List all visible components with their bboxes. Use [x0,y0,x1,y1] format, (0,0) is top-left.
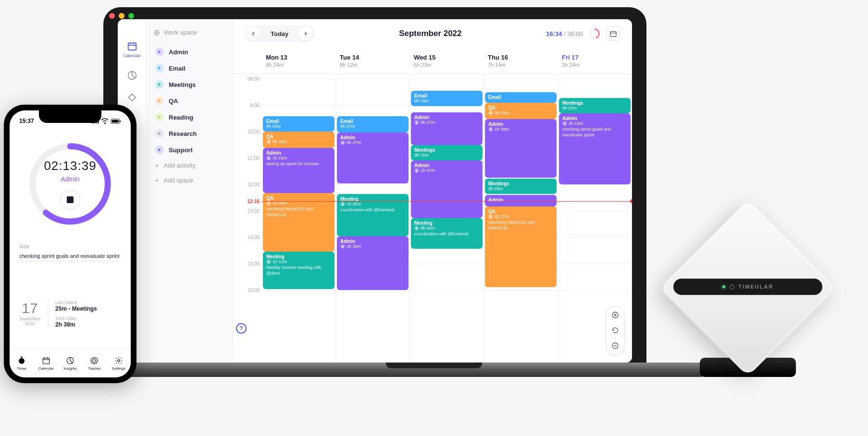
timer-value: 02:13:39 [44,158,96,173]
day-label: Wed 15 [414,54,480,61]
event-title: Admin [414,163,479,168]
prev-button[interactable] [247,27,260,40]
event-block[interactable]: Meetings0h 22m [411,145,483,160]
workspace-header[interactable]: Work space [153,29,226,36]
zoom-controls [606,306,624,355]
chevron-right-icon [303,31,309,36]
help-button[interactable]: ? [236,323,247,334]
day-header[interactable]: Thu 167h 14m [484,48,558,73]
event-title: Meetings [414,147,479,153]
svg-rect-14 [120,120,121,122]
tab-insights[interactable]: Insights [58,349,82,377]
calendar-grid[interactable]: 08:009:0010:0011:0012:0013:0014:0015:001… [233,74,632,363]
event-block[interactable]: Meetings0h 25m [485,179,557,194]
event-block[interactable]: QA$2h 27mresolving #ticket134 and #ticke… [485,206,557,287]
activity-qa[interactable]: QA [153,93,226,109]
add-activity[interactable]: +Add activity [153,158,226,173]
activity-support[interactable]: Support [153,142,226,158]
event-duration: 0h 25m [488,186,553,191]
event-block[interactable]: Email0h 24m [411,91,483,106]
day-column[interactable]: EmailQA$0h 26mAdmin$1h 39mMeetings0h 25m… [484,74,558,363]
tab-tracker[interactable]: Tracker [82,349,106,377]
event-title: Admin [488,197,553,203]
event-block[interactable]: Admin$1h 39m [485,119,557,178]
svg-rect-5 [610,31,616,36]
event-block[interactable]: Meetings0h 25m [559,98,631,113]
event-title: Admin [562,116,627,121]
day-header[interactable]: Wed 155h 23m [410,48,484,73]
topbar: Today September 2022 16:34 / 36:00 [233,19,632,48]
event-block[interactable]: Email [485,92,557,103]
event-block[interactable]: Email0h 24m [263,116,335,132]
calendar-main: Today September 2022 16:34 / 36:00 Mon 1… [233,19,632,363]
event-block[interactable]: Admin$1h 34m [337,236,409,290]
day-column[interactable]: Email0h 27mAdmin$0h 27mMeeting$1h 20mcoo… [336,74,410,363]
event-duration: $1h 34m [340,244,405,249]
play-icon [155,97,164,105]
activity-research[interactable]: Research [153,125,226,142]
event-block[interactable]: Email0h 27m [337,116,409,133]
calendar-icon [127,41,137,51]
event-duration: $2h 13m [562,121,627,126]
nav-stats[interactable] [127,70,137,81]
stop-button[interactable] [60,190,80,210]
activity-admin[interactable]: Admin [153,44,226,60]
add-activity-label: Add activity [164,162,196,169]
day-header[interactable]: Mon 136h 24m [262,48,336,73]
day-header[interactable]: Tue 148h 12m [336,48,410,73]
event-block[interactable]: Admin$1h 15msetting up sprint for momee [263,148,335,193]
day-header[interactable]: Fri 172h 24m [558,48,632,73]
laptop-notch [386,363,482,368]
event-block[interactable]: QA$0h 26m [485,103,557,119]
event-block[interactable]: Admin$2h 13mchecking sprint goals and re… [559,113,631,184]
timer-icon [17,356,26,365]
calendar-picker-button[interactable] [606,26,620,41]
reset-zoom-button[interactable] [609,325,621,336]
event-block[interactable]: Meeting$1h 12mWeekly momee meeting with … [263,252,335,289]
total-today-value: 2h 38m [55,321,121,328]
event-duration: $2h 27m [488,214,553,219]
day-column[interactable]: Email0h 24mQA$0h 26mAdmin$1h 15msetting … [262,74,336,363]
event-block[interactable]: Meeting$0h 56mcoordination with @fronten… [411,218,483,249]
activity-meetings[interactable]: Meetings [153,76,226,93]
note-input[interactable]: checking sprint goals and reevaluate spr… [19,251,121,262]
today-button[interactable]: Today [264,30,295,37]
event-duration: $1h 39m [488,127,553,132]
nav-tracker[interactable] [127,93,137,103]
activity-reading[interactable]: Reading [153,109,226,125]
event-note: setting up sprint for momee [266,161,331,167]
event-block[interactable]: Admin$1h 47m [411,160,483,218]
zoom-in-button[interactable] [609,309,621,321]
add-space[interactable]: +Add space [153,173,226,188]
event-title: QA [488,209,553,214]
laptop-base [46,363,709,377]
event-block[interactable]: Admin [485,195,557,206]
date-year: 2022 [19,321,40,326]
event-note: checking sprint goals and reevaluate spr… [562,127,627,138]
activity-email[interactable]: Email [153,60,226,76]
activity-label: Admin [169,48,188,56]
event-block[interactable]: Admin$0h 27m [337,133,409,183]
last-added-value: 25m - Meetings [55,305,121,312]
event-block[interactable]: QA$0h 26m [263,132,335,148]
day-column[interactable]: Email0h 24mAdmin$0h 27mMeetings0h 22mAdm… [410,74,484,363]
wifi-icon [101,118,109,124]
next-button[interactable] [299,27,312,40]
tracker-device: TIMEULAR [652,197,844,379]
tab-timer[interactable]: Timer [10,349,34,377]
time-total: 36:00 [567,30,583,37]
nav-calendar[interactable]: Calendar [123,41,141,58]
date-display: 17 September 2022 [19,300,40,328]
event-block[interactable]: Meeting$1h 20mcoordination with @fronten… [337,194,409,236]
event-title: Admin [414,115,479,120]
zoom-out-button[interactable] [609,340,621,351]
activity-label: Research [169,130,197,137]
pie-icon [127,70,137,81]
play-icon [155,145,164,154]
sidebar: Work space AdminEmailMeetingsQAReadingRe… [147,19,233,363]
event-block[interactable]: QA$1h 56mresolving #ticket132 and #ticke… [263,193,335,252]
event-block[interactable]: Admin$0h 27m [411,112,483,145]
tab-settings[interactable]: Settings [107,349,131,377]
tab-calendar[interactable]: Calendar [34,349,58,377]
event-duration: $0h 26m [488,110,553,115]
